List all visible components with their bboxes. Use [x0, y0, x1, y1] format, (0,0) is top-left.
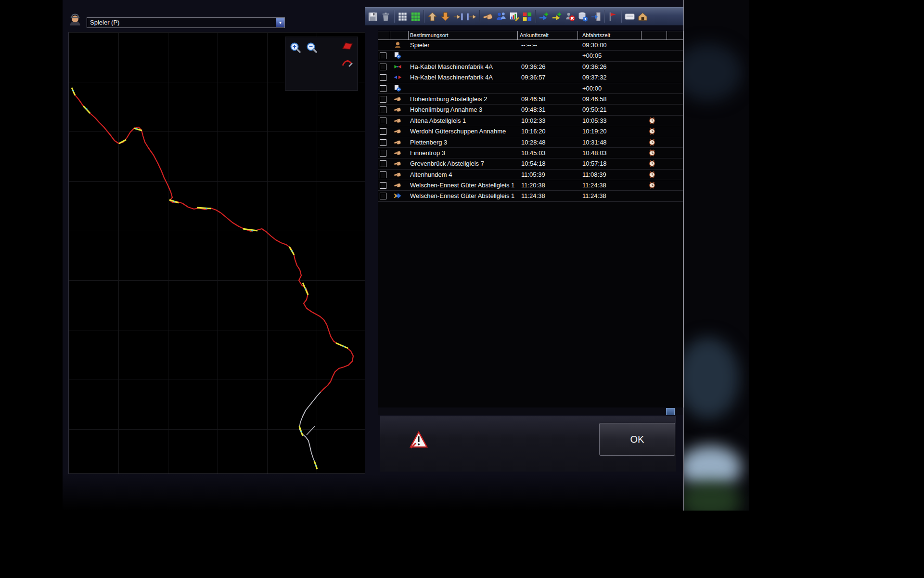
schedule-row[interactable]: Plettenberg 310:28:4810:31:48	[378, 137, 683, 148]
departure-time: +00:05	[582, 52, 602, 59]
departure-time: 11:24:38	[582, 182, 606, 189]
clock-icon	[648, 149, 656, 157]
row-checkbox[interactable]	[380, 118, 386, 124]
insert-after-icon[interactable]	[465, 9, 478, 24]
hand-icon	[394, 105, 402, 114]
zoom-out-button[interactable]	[306, 41, 318, 54]
row-checkbox[interactable]	[380, 150, 386, 157]
schedule-header: Bestimmungsort Ankunftszeit Abfahrtszeit	[378, 31, 683, 40]
arrange-windows-icon[interactable]	[521, 9, 534, 24]
arrival-time: 10:28:48	[521, 139, 546, 146]
departure-time: 09:46:58	[582, 95, 607, 103]
schedule-row[interactable]: Ha-Kabel Maschinenfabrik 4A09:36:2609:36…	[378, 62, 683, 72]
toolbar	[365, 7, 683, 26]
dropdown-arrow-icon[interactable]: ▼	[276, 18, 284, 27]
departure-time: 09:37:32	[582, 74, 607, 81]
arrival-time: 10:54:18	[521, 160, 546, 167]
schedule-row[interactable]: Welschen-Ennest Güter Abstellgleis 111:2…	[378, 191, 683, 201]
scroll-thumb[interactable]	[666, 408, 675, 415]
game-world-sliver	[683, 0, 749, 511]
move-up-icon[interactable]	[426, 9, 439, 24]
ok-button[interactable]: OK	[599, 423, 675, 456]
schedule-row[interactable]: Hohenlimburg Abstellgleis 209:46:5809:46…	[378, 94, 683, 105]
departure-time: 10:48:03	[582, 149, 607, 157]
map-panel[interactable]	[68, 32, 365, 474]
column-header-arrival: Ankunftszeit	[520, 32, 549, 38]
row-checkbox[interactable]	[380, 64, 386, 70]
row-checkbox[interactable]	[380, 106, 386, 113]
add-destination-icon[interactable]	[538, 9, 551, 24]
signal-tool-button[interactable]	[341, 40, 354, 53]
crew-icon[interactable]	[495, 9, 508, 24]
grid-small-icon[interactable]	[396, 9, 409, 24]
arrival-time: 11:24:38	[521, 192, 545, 199]
scroll-strip[interactable]	[378, 407, 683, 415]
player-avatar-icon	[68, 13, 82, 26]
row-checkbox[interactable]	[380, 128, 386, 135]
destination-label: Hohenlimburg Abstellgleis 2	[410, 95, 487, 103]
zoom-in-button[interactable]	[289, 41, 302, 54]
row-checkbox[interactable]	[380, 96, 386, 103]
schedule-row[interactable]: Altenhundem 411:05:3911:08:39	[378, 170, 683, 180]
station-marker	[336, 343, 348, 348]
database-settings-icon[interactable]	[577, 9, 590, 24]
arrival-time: 10:16:20	[521, 128, 546, 135]
schedule-row[interactable]: Spieler--:--:--09:30:00	[378, 40, 683, 51]
arrival-time: --:--:--	[521, 41, 537, 49]
move-down-icon[interactable]	[439, 9, 452, 24]
schedule-row[interactable]: +00:05	[378, 51, 683, 61]
save-icon[interactable]	[366, 9, 379, 24]
schedule-row[interactable]: Hohenlimburg Annahme 309:48:3109:50:21	[378, 105, 683, 115]
departure-time: 10:05:33	[582, 117, 607, 124]
signal-dot	[173, 201, 175, 202]
couple-icon	[394, 63, 402, 71]
player-icon	[394, 41, 402, 49]
schedule-row[interactable]: Grevenbrück Abstellgleis 710:54:1810:57:…	[378, 158, 683, 169]
signal-dot	[291, 250, 293, 251]
player-selector-value: Spieler (P)	[87, 18, 276, 27]
row-checkbox[interactable]	[380, 182, 386, 189]
departure-time: 11:24:38	[582, 192, 606, 199]
flag-icon[interactable]	[606, 9, 619, 24]
schedule-row[interactable]: Altena Abstellgleis 110:02:3310:05:33	[378, 116, 683, 126]
schedule-row[interactable]: Werdohl Güterschuppen Annahme10:16:2010:…	[378, 126, 683, 137]
arrival-time: 10:45:03	[521, 149, 546, 157]
schedule-row[interactable]: Finnentrop 310:45:0310:48:03	[378, 148, 683, 158]
edit-timetable-icon[interactable]	[508, 9, 521, 24]
depot-icon[interactable]	[636, 9, 649, 24]
schedule-row[interactable]: Ha-Kabel Maschinenfabrik 4A09:36:5709:37…	[378, 72, 683, 83]
schedule-row[interactable]: Welschen-Ennest Güter Abstellgleis 111:2…	[378, 180, 683, 191]
delete-icon[interactable]	[379, 9, 392, 24]
hand-icon	[394, 138, 402, 146]
row-checkbox[interactable]	[380, 160, 386, 167]
departure-time: 09:50:21	[582, 106, 607, 113]
destination-label: Welschen-Ennest Güter Abstellgleis 1	[410, 192, 514, 199]
schedule-row[interactable]: +00:00	[378, 83, 683, 94]
route-tail-line	[299, 392, 321, 469]
hand-icon	[394, 181, 402, 189]
departure-time: 10:31:48	[582, 139, 607, 146]
row-checkbox[interactable]	[380, 139, 386, 146]
display-icon[interactable]	[623, 9, 636, 24]
row-checkbox[interactable]	[380, 53, 386, 59]
player-selector[interactable]: Spieler (P) ▼	[87, 17, 285, 28]
destination-label: Ha-Kabel Maschinenfabrik 4A	[410, 74, 493, 81]
grid-large-icon[interactable]	[409, 9, 422, 24]
import-icon[interactable]	[590, 9, 603, 24]
remove-destination-icon[interactable]	[564, 9, 577, 24]
append-destination-icon[interactable]	[551, 9, 564, 24]
route-tool-button[interactable]	[341, 57, 354, 69]
row-checkbox[interactable]	[380, 74, 386, 81]
clock-icon	[648, 171, 656, 178]
signal-dot	[205, 208, 207, 209]
route-markers	[72, 88, 348, 469]
hand-icon	[394, 127, 402, 135]
row-checkbox[interactable]	[380, 193, 386, 199]
row-checkbox[interactable]	[380, 171, 386, 178]
departure-time: 11:08:39	[582, 171, 606, 178]
insert-before-icon[interactable]	[452, 9, 465, 24]
row-checkbox[interactable]	[380, 85, 386, 92]
schedule-rows: Spieler--:--:--09:30:00+00:05Ha-Kabel Ma…	[378, 40, 683, 202]
hand-icon[interactable]	[482, 9, 495, 24]
depart-icon	[394, 192, 402, 200]
